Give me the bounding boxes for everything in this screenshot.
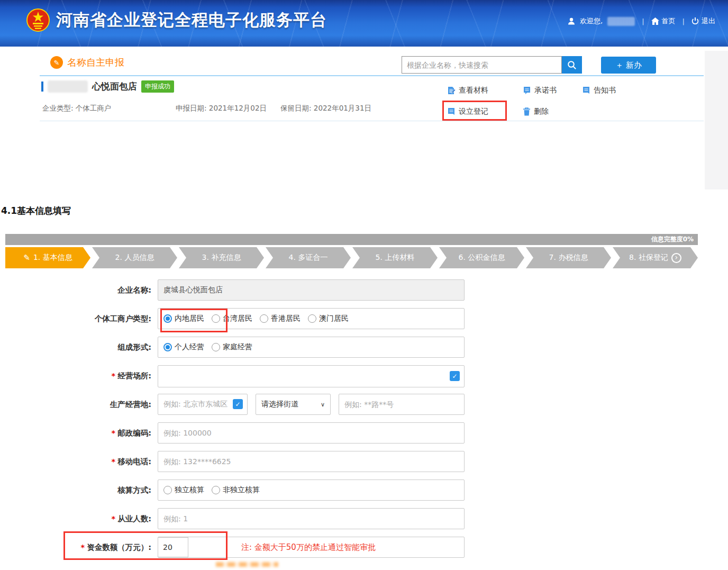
district-field[interactable]: 例如: 北京市东城区 ✓: [158, 394, 248, 415]
pencil-icon: ✎: [23, 253, 30, 263]
form-row-accounting: 核算方式: 独立核算 非独立核算: [0, 479, 465, 501]
capital-amount-field[interactable]: [158, 537, 188, 557]
plus-icon: ＋: [615, 60, 623, 70]
cutoff-blur-fragment: [216, 562, 278, 567]
field-label: *从业人数:: [0, 508, 158, 529]
field-label: 个体工商户类型:: [0, 308, 158, 329]
radio-icon: [163, 486, 172, 494]
company-name: 心悦面包店: [92, 80, 137, 93]
form-row-household-type: 个体工商户类型: 内地居民 台湾居民 香港居民 澳门居民: [0, 308, 465, 329]
radio-icon: [260, 314, 268, 323]
record-meta: 企业类型: 个体工商户 申报日期: 2021年12月02日 保留日期: 2022…: [42, 104, 371, 113]
form-row-mobile: *移动电话:: [0, 451, 465, 472]
doc-section-heading: 4.1基本信息填写: [1, 205, 71, 217]
user-icon: [568, 17, 575, 25]
section-title: ✎ 名称自主申报: [50, 56, 124, 69]
radio-non-independent-accounting[interactable]: 非独立核算: [212, 485, 260, 495]
employee-count-field[interactable]: [158, 508, 465, 529]
record-title: 心悦面包店 申报成功: [41, 79, 174, 93]
completeness-bar: 信息完整度0%: [5, 234, 698, 245]
radio-independent-accounting[interactable]: 独立核算: [163, 485, 204, 495]
detail-address-field[interactable]: [339, 394, 465, 415]
welcome-text: 欢迎您,: [580, 16, 603, 26]
more-steps-icon[interactable]: ›: [671, 253, 681, 263]
radio-icon: [212, 343, 220, 351]
radio-family-operation[interactable]: 家庭经营: [212, 342, 252, 352]
right-gutter: [705, 51, 728, 189]
field-label: *资金数额（万元）:: [0, 537, 158, 558]
composition-group: 个人经营 家庭经营: [158, 337, 465, 358]
household-type-group: 内地居民 台湾居民 香港居民 澳门居民: [158, 308, 465, 329]
notice-doc-icon: [582, 86, 590, 95]
site-header: 河南省企业登记全程电子化服务平台 欢迎您, | 首页 | 退出: [0, 0, 728, 47]
form-row-company-name: 企业名称:: [0, 279, 465, 301]
establishment-registration-link[interactable]: 设立登记: [447, 107, 488, 116]
radio-taiwan-resident[interactable]: 台湾居民: [212, 314, 252, 323]
tab-supplementary-info[interactable]: 3. 补充信息: [179, 247, 264, 268]
tab-personnel-info[interactable]: 2. 人员信息: [92, 247, 177, 268]
mobile-phone-field[interactable]: [158, 451, 465, 472]
declare-edit-icon: ✎: [50, 56, 63, 69]
tab-basic-info[interactable]: ✎ 1. 基本信息: [5, 247, 90, 268]
home-icon: [651, 17, 659, 25]
radio-checked-icon: [163, 343, 172, 351]
record-accent-bar: [41, 82, 43, 92]
street-select[interactable]: 请选择街道 ∨: [256, 394, 331, 415]
radio-icon: [212, 314, 220, 323]
delete-link[interactable]: 删除: [523, 107, 549, 116]
radio-individual-operation[interactable]: 个人经营: [163, 342, 204, 352]
doc-edit-icon: [447, 86, 456, 95]
view-materials-link[interactable]: 查看材料: [447, 86, 488, 95]
section-divider: [40, 75, 704, 76]
delete-trash-icon: [523, 107, 531, 116]
capital-note: 注: 金额大于50万的禁止通过智能审批: [241, 542, 376, 553]
capital-field-wrap: 注: 金额大于50万的禁止通过智能审批: [158, 537, 465, 558]
company-name-field[interactable]: [158, 279, 465, 301]
accounting-group: 独立核算 非独立核算: [158, 479, 465, 501]
brand: 河南省企业登记全程电子化服务平台: [26, 8, 327, 32]
form-row-business-site: *经营场所: ✓: [0, 365, 465, 387]
national-emblem-icon: [26, 8, 50, 32]
redacted-username: [607, 17, 635, 26]
record-reserve-date: 保留日期: 2022年01月31日: [280, 104, 371, 113]
search-icon: [567, 60, 577, 70]
radio-icon: [212, 486, 220, 494]
postal-code-field[interactable]: [158, 422, 465, 444]
district-picker-icon[interactable]: ✓: [233, 399, 243, 409]
separator: |: [642, 17, 644, 25]
status-badge: 申报成功: [141, 80, 174, 93]
tab-tax-info[interactable]: 7. 办税信息: [526, 247, 611, 268]
tab-social-security[interactable]: 8. 社保登记 ›: [613, 247, 698, 268]
tab-housing-fund-info[interactable]: 6. 公积金信息: [439, 247, 524, 268]
form-row-production-site: 生产经营地: 例如: 北京市东城区 ✓ 请选择街道 ∨: [0, 394, 465, 415]
field-label: 生产经营地:: [0, 394, 158, 415]
promise-doc-icon: [523, 86, 531, 95]
record-declare-date: 申报日期: 2021年12月02日: [176, 104, 280, 113]
page-title: 河南省企业登记全程电子化服务平台: [56, 9, 327, 31]
tab-multi-certificate[interactable]: 4. 多证合一: [266, 247, 351, 268]
radio-mainland-resident[interactable]: 内地居民: [163, 314, 204, 323]
power-icon: [691, 17, 699, 25]
field-label: *邮政编码:: [0, 422, 158, 444]
form-row-composition: 组成形式: 个人经营 家庭经营: [0, 337, 465, 358]
address-picker-icon[interactable]: ✓: [450, 371, 460, 381]
field-label: 企业名称:: [0, 279, 158, 301]
home-link[interactable]: 首页: [651, 16, 676, 26]
separator: |: [683, 17, 685, 25]
notice-letter-link[interactable]: 告知书: [582, 86, 616, 95]
new-declaration-button[interactable]: ＋ 新办: [601, 57, 656, 74]
radio-macau-resident[interactable]: 澳门居民: [308, 314, 349, 323]
logout-link[interactable]: 退出: [691, 16, 715, 26]
radio-checked-icon: [163, 314, 172, 323]
form-row-capital: *资金数额（万元）: 注: 金额大于50万的禁止通过智能审批: [0, 537, 465, 558]
redacted-company-prefix: [48, 80, 88, 93]
tab-upload-materials[interactable]: 5. 上传材料: [352, 247, 438, 268]
radio-icon: [308, 314, 316, 323]
search-button[interactable]: [562, 56, 582, 74]
record-type: 企业类型: 个体工商户: [42, 104, 176, 113]
radio-hongkong-resident[interactable]: 香港居民: [260, 314, 301, 323]
commitment-letter-link[interactable]: 承诺书: [523, 86, 557, 95]
business-site-field[interactable]: ✓: [158, 365, 465, 387]
field-label: *移动电话:: [0, 451, 158, 472]
search-input[interactable]: [402, 56, 562, 74]
